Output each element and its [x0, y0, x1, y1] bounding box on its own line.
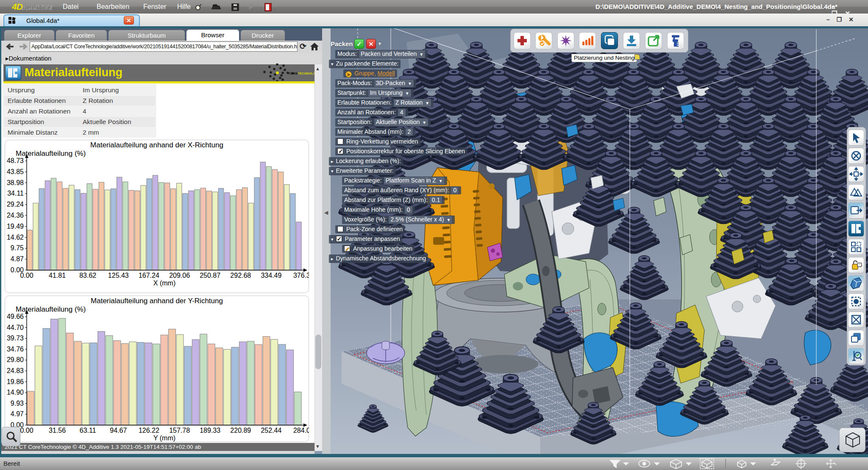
svg-text:CORETECHNOLOGIE: CORETECHNOLOGIE [289, 72, 315, 75]
svg-text:14.62: 14.62 [7, 234, 24, 241]
svg-text:14.90: 14.90 [7, 389, 24, 396]
svg-text:157.78: 157.78 [169, 427, 190, 434]
svg-text:250.87: 250.87 [200, 272, 220, 279]
svg-text:24.83: 24.83 [7, 367, 24, 374]
svg-text:376.3: 376.3 [293, 272, 309, 279]
svg-text:38.98: 38.98 [7, 179, 24, 186]
svg-text:292.68: 292.68 [230, 272, 251, 279]
svg-text:Y (mm): Y (mm) [153, 434, 175, 442]
svg-text:9.93: 9.93 [11, 400, 24, 407]
svg-text:48.73: 48.73 [7, 157, 24, 164]
svg-text:94.67: 94.67 [110, 427, 127, 434]
svg-text:Materialaufteilung anhand der: Materialaufteilung anhand der X-Richtung [90, 141, 223, 149]
svg-text:34.11: 34.11 [7, 190, 24, 197]
svg-text:220.89: 220.89 [230, 427, 251, 434]
svg-text:19.49: 19.49 [7, 223, 24, 230]
svg-text:44.70: 44.70 [7, 324, 24, 331]
svg-text:0.00: 0.00 [20, 427, 33, 434]
svg-text:4.97: 4.97 [11, 410, 24, 417]
svg-text:9.75: 9.75 [11, 244, 24, 252]
svg-text:83.62: 83.62 [79, 272, 96, 279]
svg-text:31.56: 31.56 [49, 427, 66, 434]
svg-text:0.00: 0.00 [20, 272, 33, 279]
svg-text:252.44: 252.44 [261, 427, 281, 434]
svg-text:63.11: 63.11 [80, 427, 96, 434]
svg-text:284.0: 284.0 [293, 427, 309, 434]
svg-text:189.33: 189.33 [200, 427, 220, 434]
svg-text:43.85: 43.85 [7, 168, 24, 175]
svg-text:34.76: 34.76 [7, 346, 24, 353]
svg-text:29.80: 29.80 [7, 356, 24, 363]
svg-text:Materialaufteilung anhand der: Materialaufteilung anhand der Y-Richtung [91, 297, 223, 305]
svg-text:24.36: 24.36 [7, 212, 24, 219]
svg-text:19.86: 19.86 [7, 378, 24, 385]
svg-text:126.22: 126.22 [139, 427, 159, 434]
svg-text:49.66: 49.66 [7, 313, 24, 320]
svg-text:X (mm): X (mm) [153, 279, 175, 287]
svg-text:334.49: 334.49 [261, 272, 281, 279]
svg-text:41.81: 41.81 [49, 272, 66, 279]
svg-text:29.24: 29.24 [7, 201, 24, 208]
svg-text:167.24: 167.24 [139, 272, 159, 279]
svg-text:4.87: 4.87 [11, 255, 24, 263]
svg-text:39.73: 39.73 [7, 335, 24, 342]
svg-text:209.06: 209.06 [169, 272, 190, 279]
svg-text:125.43: 125.43 [108, 272, 129, 279]
